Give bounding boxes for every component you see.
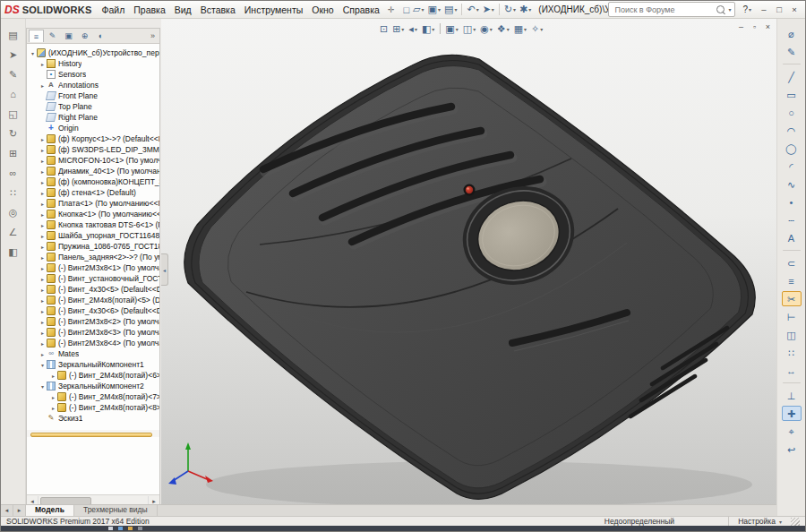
tree-item[interactable]: ▸ (-) Винт_2М4х8(потай)<6> (Default<< [29,370,159,381]
expand-arrow-icon[interactable]: ▸ [39,287,47,293]
panel-collapse-handle[interactable]: ◂ [161,253,168,286]
select-arrow-icon[interactable]: ➤ [5,47,21,62]
menu-item[interactable]: Окно [307,3,338,17]
tree-item[interactable]: ▸ (ф) (компоновка)КОНЦЕПТ_3<2> (Default< [29,176,159,187]
expand-arrow-icon[interactable]: ▸ [39,168,47,175]
expand-arrow-icon[interactable]: ▸ [39,82,47,89]
tree-item[interactable]: ▾ ЗеркальныйКомпонент1 [29,359,159,370]
expand-arrow-icon[interactable]: ▸ [39,330,47,336]
sketch-tool-icon[interactable]: ✎ [5,67,21,82]
displaymanager-tab-icon[interactable]: ◐ [93,30,108,42]
dimxpertmanager-tab-icon[interactable]: ⊕ [77,30,92,42]
print-icon[interactable]: ▤▾ [442,3,459,17]
rebuild-icon[interactable]: ↻▾ [502,3,518,17]
tree-item[interactable]: ▾ (ИХОДНИК_сб)Устройство_переговорное (Д… [29,47,159,58]
expand-arrow-icon[interactable]: ▸ [39,244,47,250]
menu-item[interactable]: Правка [129,3,169,17]
help-button[interactable]: ?▾ [739,4,755,14]
tree-item[interactable]: ▸ MICROFON-10<1> (По умолчанию<<По ум [29,155,159,166]
expand-arrow-icon[interactable]: ▾ [39,362,47,368]
hide-show-icon[interactable]: ◉▾ [478,21,495,36]
move-entities-icon[interactable]: ↔ [782,363,802,378]
spline-icon[interactable]: ∿ [782,176,802,192]
pattern-icon[interactable]: ∷ [5,185,21,200]
repair-sketch-icon[interactable]: ✚ [782,406,802,421]
panel-flyout-icon[interactable]: » [148,31,158,40]
graphics-viewport[interactable]: ⊡ ⊞▾ ◂▾ ◧▾ ▣▾ ◫▾ ◉▾ ❖▾ ▦▾ ✧▾ [161,19,778,507]
expand-arrow-icon[interactable]: ▸ [39,319,47,325]
fillet-icon[interactable]: ◜ [782,159,802,174]
separator[interactable] [461,4,462,15]
expand-arrow-icon[interactable]: ▸ [39,190,47,196]
exit-sketch-icon[interactable]: ↩ [782,442,802,457]
circle-icon[interactable]: ○ [782,105,802,120]
display-style-icon[interactable]: ◫▾ [460,21,477,36]
expand-arrow-icon[interactable]: ▸ [39,201,47,207]
corner-rectangle-icon[interactable]: ▭ [782,87,802,102]
tree-item[interactable]: ▸ (-) Винт2М3х8<3> (По умолчанию<<По ум [29,327,159,338]
expand-arrow-icon[interactable]: ▸ [39,147,47,153]
tree-item[interactable]: ▸ (-) Винт_4х30<5> (Default<<Default>_Со… [29,284,159,295]
tree-item[interactable]: Sensors [29,69,159,80]
featuremanager-tab-icon[interactable]: ≡ [29,30,44,42]
resize-grip[interactable] [791,518,800,526]
separator[interactable] [499,4,500,15]
measure-icon[interactable]: ∠ [5,225,21,239]
expand-arrow-icon[interactable]: ▸ [39,211,47,218]
expand-arrow-icon[interactable]: ▸ [39,158,47,164]
menu-item[interactable]: Справка [339,3,384,17]
tree-item[interactable]: ▸ Шайба_упорная_ГОСТ11648-75<1> (По ум [29,230,159,241]
tree-item[interactable]: ▸ (-) Винт2М3х8<4> (По умолчанию<<По у [29,338,159,348]
tree-item[interactable]: ▸ Annotations [29,80,159,90]
pin-icon[interactable]: ✛ [384,5,399,14]
separator[interactable] [440,23,441,34]
tree-item[interactable]: Origin [29,123,159,133]
viewport-restore-icon[interactable]: ▫ [748,21,761,33]
section-icon[interactable]: ◧ [5,245,21,259]
point-icon[interactable]: • [782,194,802,210]
separator[interactable] [783,382,801,383]
maximize-button[interactable]: □ [772,4,786,16]
zoom-area-icon[interactable]: ⊞▾ [390,21,407,36]
tree-item[interactable]: ▸ (-) Винт2М3х8<2> (По умолчанию<<По ум [29,316,159,327]
mirror-entities-icon[interactable]: ◫ [782,327,802,342]
expand-arrow-icon[interactable]: ▸ [39,233,47,239]
tree-item[interactable]: ▸ (-) Винт_4х30<6> (Default<<Default>_Со… [29,305,159,316]
tab-scroll-right[interactable]: ▸ [13,505,26,516]
extrude-icon[interactable]: ◱ [5,107,21,121]
tree-item[interactable]: ▸ Плата<1> (По умолчанию<<По умолча [29,198,159,209]
expand-arrow-icon[interactable]: ▾ [39,383,47,390]
expand-arrow-icon[interactable]: ▸ [39,61,47,67]
offset-entities-icon[interactable]: ≡ [782,273,802,288]
edit-appearance-icon[interactable]: ❖▾ [494,21,511,36]
configurationmanager-tab-icon[interactable]: ▣ [61,30,76,42]
zoom-fit-icon[interactable]: ⊡ [377,21,390,36]
search-dropdown-icon[interactable]: ▾ [728,6,731,13]
expand-arrow-icon[interactable]: ▸ [39,351,47,357]
assembly-icon[interactable]: ⊞ [5,146,21,160]
propertymanager-tab-icon[interactable]: ✎ [45,30,60,42]
tree-item[interactable]: Right Plane [29,112,159,123]
expand-arrow-icon[interactable]: ▸ [49,373,57,379]
expand-arrow-icon[interactable]: ▸ [39,297,47,304]
separator[interactable] [783,64,801,64]
expand-arrow-icon[interactable]: ▸ [49,405,57,411]
tree-item[interactable]: Эскиз1 [29,413,159,424]
view-settings-icon[interactable]: ✧▾ [529,21,545,36]
expand-arrow-icon[interactable]: ▸ [39,340,47,347]
expand-arrow-icon[interactable]: ▸ [39,179,47,185]
tree-item[interactable]: ▸ Кнопка<1> (По умолчанию<<По умолча [29,209,159,219]
undo-icon[interactable]: ↶▾ [465,3,480,17]
tree-item[interactable]: ▾ ЗеркальныйКомпонент2 [29,381,159,391]
ellipse-icon[interactable]: ◯ [782,141,802,156]
tree-item[interactable]: ▸ (-) Винт2М3х8<1> (По умолчанию<<По ум [29,262,159,273]
tree-item[interactable]: ▸ Кнопка тактовая DTS-6<1> (По умолчан [29,219,159,230]
linear-pattern-icon[interactable]: ∷ [782,345,802,360]
tree-item[interactable]: ▸ Панель_задняя<2>->? (По умолчанию<< [29,252,159,262]
tree-item[interactable]: ▸ (ф) Корпус<1>->? (Default<<Default>_Ph [29,133,159,144]
new-document-icon[interactable]: ▤ [5,28,21,42]
menu-item[interactable]: Инструменты [240,3,307,17]
expand-arrow-icon[interactable]: ▾ [29,50,37,56]
expand-arrow-icon[interactable]: ▸ [39,276,47,282]
menu-item[interactable]: Вставка [196,3,240,17]
